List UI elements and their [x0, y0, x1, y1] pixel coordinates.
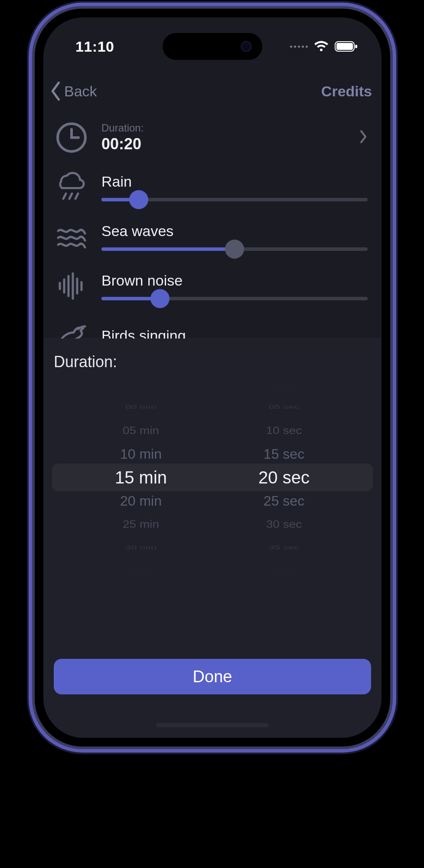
picker-option[interactable]: 20 sec: [258, 466, 310, 489]
svg-line-4: [63, 194, 66, 199]
svg-rect-2: [355, 45, 357, 48]
battery-icon: [335, 41, 358, 52]
svg-line-6: [75, 194, 78, 199]
picker-seconds-column[interactable]: 00 sec05 sec10 sec15 sec20 sec25 sec30 s…: [228, 384, 340, 571]
sound-row-brown-noise: Brown noise: [43, 261, 382, 311]
sound-row-rain: Rain: [43, 162, 382, 212]
slider-thumb[interactable]: [129, 190, 148, 209]
svg-rect-1: [336, 43, 353, 50]
duration-caption: Duration:: [101, 122, 346, 134]
rain-cloud-icon: [55, 170, 88, 204]
sound-mixer-content: Duration: 00:20 Rain: [43, 113, 382, 352]
phone-screen: 11:10 Back: [43, 17, 382, 738]
svg-line-5: [69, 194, 72, 199]
picker-option[interactable]: 25 min: [123, 514, 159, 534]
back-button[interactable]: Back: [49, 82, 97, 101]
picker-option[interactable]: 20 min: [120, 489, 162, 513]
slider-thumb[interactable]: [225, 240, 244, 259]
picker-option[interactable]: 15 min: [115, 466, 167, 489]
wifi-icon: [314, 41, 329, 52]
duration-picker: 00 min05 min10 min15 min20 min25 min30 m…: [52, 384, 373, 571]
brown-noise-volume-slider[interactable]: [101, 297, 368, 300]
status-right-cluster: [290, 41, 358, 52]
nav-bar: Back Credits: [43, 74, 382, 108]
soundwave-icon: [55, 269, 88, 303]
picker-option[interactable]: 10 min: [120, 442, 162, 466]
sea-waves-volume-slider[interactable]: [101, 247, 368, 251]
picker-option[interactable]: 00 min: [125, 401, 157, 414]
picker-option[interactable]: 10 sec: [266, 421, 302, 441]
credits-button[interactable]: Credits: [321, 83, 372, 100]
picker-option[interactable]: 25 sec: [264, 489, 304, 513]
done-button-label: Done: [193, 667, 232, 686]
sound-row-label: Rain: [101, 173, 368, 190]
back-button-label: Back: [64, 83, 97, 100]
duration-value: 00:20: [101, 135, 346, 153]
sound-row-label: Brown noise: [101, 272, 368, 289]
slider-thumb[interactable]: [150, 289, 170, 308]
picker-option[interactable]: 40 sec: [271, 567, 297, 571]
picker-option[interactable]: 05 min: [123, 421, 159, 441]
picker-option[interactable]: 35 sec: [269, 541, 300, 554]
status-time: 11:10: [75, 38, 114, 55]
home-indicator: [156, 723, 269, 727]
phone-frame: 11:10 Back: [35, 9, 390, 746]
picker-option[interactable]: 05 sec: [269, 401, 300, 414]
duration-picker-sheet: Duration: 00 min05 min10 min15 min20 min…: [43, 339, 382, 738]
svg-rect-0: [335, 42, 354, 51]
clock-icon: [55, 121, 88, 155]
cellular-dots-icon: [290, 46, 308, 48]
picker-option[interactable]: 00 sec: [271, 384, 297, 388]
picker-option[interactable]: 30 min: [125, 541, 157, 554]
picker-option[interactable]: 15 sec: [264, 442, 304, 466]
sound-row-label: Sea waves: [101, 223, 368, 240]
picker-minutes-opts: 00 min05 min10 min15 min20 min25 min30 m…: [85, 395, 197, 571]
done-button[interactable]: Done: [54, 659, 371, 694]
picker-minutes-column[interactable]: 00 min05 min10 min15 min20 min25 min30 m…: [85, 384, 197, 571]
credits-button-label: Credits: [321, 83, 372, 99]
waves-icon: [55, 220, 88, 253]
duration-row[interactable]: Duration: 00:20: [43, 113, 382, 162]
picker-option[interactable]: 30 sec: [266, 514, 302, 534]
sound-row-sea-waves: Sea waves: [43, 212, 382, 261]
picker-seconds-opts: 00 sec05 sec10 sec15 sec20 sec25 sec30 s…: [228, 384, 340, 571]
picker-option[interactable]: 35 min: [128, 567, 154, 571]
device-mock-stage: 11:10 Back: [0, 0, 424, 868]
dynamic-island: [163, 33, 262, 60]
picker-title: Duration:: [43, 339, 382, 375]
chevron-left-icon: [49, 82, 62, 101]
chevron-right-icon: [359, 129, 368, 146]
slider-fill: [101, 247, 235, 251]
rain-volume-slider[interactable]: [101, 198, 368, 201]
